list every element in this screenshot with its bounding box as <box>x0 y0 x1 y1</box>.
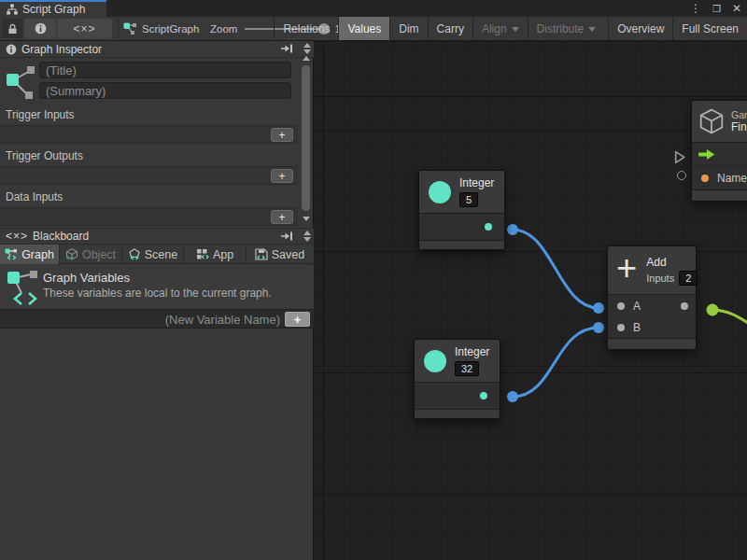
value-port-outline-icon[interactable] <box>677 171 686 180</box>
add-trigger-input-button[interactable]: + <box>271 128 293 142</box>
save-icon <box>255 248 268 260</box>
add-icon: + <box>616 256 637 281</box>
tab-object[interactable]: Object <box>60 245 122 264</box>
graph-inspector-title: Graph Inspector <box>21 43 102 56</box>
wire-integer5-to-add-a[interactable] <box>513 230 599 308</box>
tab-graph[interactable]: Graph <box>0 245 60 264</box>
cube-icon <box>699 108 724 134</box>
trigger-outputs-label: Trigger Outputs <box>6 149 83 162</box>
graph-variables-info: Graph Variables These variables are loca… <box>0 265 314 309</box>
full-screen-button[interactable]: Full Screen <box>672 17 747 40</box>
variables-icon: <×> <box>6 230 28 243</box>
graph-info-button[interactable] <box>24 19 56 38</box>
new-variable-row: + <box>0 309 314 329</box>
lock-icon <box>7 23 18 35</box>
tab-saved[interactable]: Saved <box>247 245 313 264</box>
node-gameobject-find[interactable]: Game Object Find Name <box>691 100 747 202</box>
overview-button[interactable]: Overview <box>608 17 672 40</box>
scroll-up-icon[interactable] <box>303 56 310 61</box>
graph-variables-icon <box>5 248 18 260</box>
graph-icon <box>123 22 136 35</box>
variables-toggle-button[interactable]: <×> <box>57 19 112 38</box>
blackboard-tabs: Graph Object Scene App <box>0 245 314 264</box>
window-maximize-icon[interactable]: ❐ <box>712 4 721 14</box>
data-inputs-list: + <box>0 207 298 226</box>
tab-app[interactable]: App <box>184 245 247 264</box>
wire-endpoint[interactable] <box>507 224 518 235</box>
integer-value-field[interactable]: 32 <box>455 361 479 376</box>
toolbar-separator <box>118 19 119 38</box>
dock-panel-icon[interactable] <box>280 231 293 242</box>
inputs-count-field[interactable]: 2 <box>679 271 698 286</box>
scroll-up-icon[interactable] <box>303 43 311 48</box>
relations-button[interactable]: Relations <box>274 17 338 40</box>
wire-endpoint[interactable] <box>593 302 604 314</box>
integer-type-icon <box>429 181 451 203</box>
inspector-scrollbar[interactable] <box>299 60 313 227</box>
graph-toolbar: <×> ScriptGraph Zoom 1x Relations Values… <box>0 17 747 41</box>
add-trigger-output-button[interactable]: + <box>271 169 293 183</box>
integer-type-icon <box>424 350 446 372</box>
wire-endpoint[interactable] <box>507 391 518 402</box>
node-subtitle: Game Object <box>731 109 747 120</box>
blackboard-title: Blackboard <box>33 230 89 243</box>
tab-scene[interactable]: Scene <box>122 245 184 264</box>
values-button[interactable]: Values <box>338 17 389 40</box>
node-integer-5[interactable]: Integer 5 <box>418 170 505 250</box>
graph-summary-input[interactable] <box>39 82 291 99</box>
window-close-icon[interactable]: ✕ <box>732 2 741 15</box>
trigger-in-arrow-icon[interactable] <box>698 149 715 160</box>
new-variable-input[interactable] <box>4 311 280 328</box>
integer-value-field[interactable]: 5 <box>459 192 478 207</box>
trigger-port-outline-icon[interactable] <box>674 150 686 164</box>
distribute-dropdown[interactable]: Distribute <box>528 17 605 40</box>
input-port-name[interactable] <box>701 175 709 182</box>
align-dropdown[interactable]: Align <box>472 17 528 40</box>
scroll-down-icon[interactable] <box>303 217 310 221</box>
port-name-label: Name <box>717 172 747 185</box>
graph-breadcrumb[interactable]: ScriptGraph <box>123 17 199 40</box>
port-a-label: A <box>633 300 641 313</box>
title-bar: Script Graph ⋮ ❐ ✕ <box>0 0 747 17</box>
dim-button[interactable]: Dim <box>389 17 427 40</box>
node-title: Find <box>731 120 747 133</box>
wire-integer32-to-add-b[interactable] <box>513 328 599 397</box>
scroll-down-icon[interactable] <box>303 49 311 54</box>
input-port-a[interactable] <box>617 302 625 310</box>
add-data-input-button[interactable]: + <box>271 210 293 224</box>
window-menu-icon[interactable]: ⋮ <box>690 2 701 15</box>
scroll-down-icon[interactable] <box>303 237 311 242</box>
output-port[interactable] <box>485 223 492 231</box>
graph-variables-description: These variables are local to the current… <box>43 287 272 300</box>
app-icon <box>196 248 209 260</box>
inputs-label: Inputs <box>646 273 674 284</box>
wire-endpoint[interactable] <box>593 322 604 333</box>
graph-title-input[interactable] <box>39 62 291 78</box>
node-title: Integer <box>459 176 494 189</box>
node-add[interactable]: + Add Inputs 2 A B <box>607 245 697 350</box>
scroll-up-icon[interactable] <box>303 231 311 235</box>
lock-button[interactable] <box>2 19 22 38</box>
wire-endpoint[interactable] <box>707 304 719 316</box>
trigger-inputs-label: Trigger Inputs <box>6 108 75 121</box>
graph-canvas[interactable]: Integer 5 Integer 32 + Add <box>314 41 747 560</box>
output-port[interactable] <box>480 392 487 399</box>
output-port[interactable] <box>681 302 688 310</box>
chevron-down-icon <box>512 27 519 32</box>
graph-icon <box>6 63 37 101</box>
carry-button[interactable]: Carry <box>428 17 472 40</box>
scrollbar-thumb[interactable] <box>302 65 310 211</box>
dock-panel-icon[interactable] <box>280 43 293 54</box>
cube-icon <box>65 248 78 260</box>
tab-script-graph[interactable]: Script Graph <box>0 0 106 17</box>
port-b-label: B <box>633 321 641 334</box>
graph-inspector-header: Graph Inspector <box>0 41 314 58</box>
add-variable-button[interactable]: + <box>285 312 310 327</box>
node-title: Integer <box>455 345 489 358</box>
tab-title: Script Graph <box>22 3 85 16</box>
node-title: Add <box>646 256 698 269</box>
input-port-b[interactable] <box>617 324 625 331</box>
data-inputs-label: Data Inputs <box>6 190 63 203</box>
scene-icon <box>128 248 141 260</box>
node-integer-32[interactable]: Integer 32 <box>414 339 500 419</box>
